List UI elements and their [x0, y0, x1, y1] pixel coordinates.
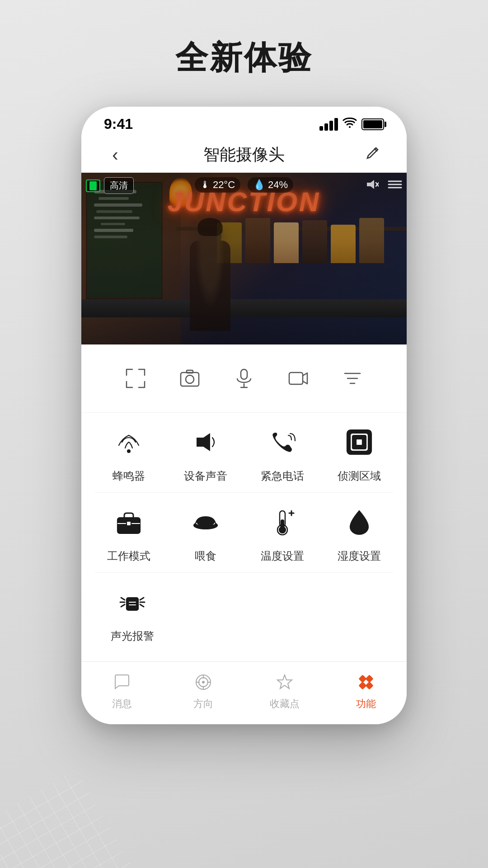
device-sound-icon — [185, 422, 226, 462]
svg-line-41 — [140, 604, 144, 607]
feature-detection-zone-label: 侦测区域 — [338, 469, 381, 483]
svg-rect-55 — [366, 682, 373, 689]
svg-rect-7 — [181, 373, 199, 386]
feature-work-mode[interactable]: 工作模式 — [95, 502, 163, 563]
feature-buzzer[interactable]: 蜂鸣器 — [95, 422, 163, 483]
svg-rect-9 — [187, 370, 193, 373]
record-icon — [282, 363, 314, 394]
phone-frame: 9:41 ‹ 智能摄像头 — [81, 107, 407, 724]
microphone-button[interactable] — [228, 363, 260, 394]
work-mode-icon — [108, 502, 149, 542]
feature-temp-setting[interactable]: 温度设置 — [249, 502, 316, 563]
temp-setting-icon — [262, 502, 303, 542]
signal-icon — [319, 118, 338, 131]
svg-point-50 — [202, 681, 205, 684]
svg-rect-25 — [127, 521, 131, 526]
svg-rect-35 — [127, 598, 138, 610]
feature-emergency-call[interactable]: 紧急电话 — [249, 422, 316, 483]
microphone-icon — [228, 363, 260, 394]
feature-grid-2: 工作模式 喂食 — [81, 493, 407, 572]
page-title: 全新体验 — [175, 36, 313, 80]
tab-message[interactable]: 消息 — [81, 671, 163, 711]
tab-bar: 消息 方向 — [81, 661, 407, 724]
feature-work-mode-label: 工作模式 — [107, 549, 150, 563]
tab-direction[interactable]: 方向 — [163, 671, 244, 711]
feature-buzzer-label: 蜂鸣器 — [113, 469, 145, 483]
svg-marker-51 — [277, 675, 292, 689]
status-bar: 9:41 — [81, 107, 407, 137]
svg-point-8 — [186, 375, 194, 383]
svg-line-38 — [121, 604, 125, 607]
direction-tab-icon — [192, 671, 215, 693]
svg-line-36 — [121, 598, 125, 600]
favorites-tab-label: 收藏点 — [270, 697, 300, 711]
feature-device-sound-label: 设备声音 — [184, 469, 227, 483]
fullscreen-button[interactable] — [120, 363, 151, 394]
screenshot-button[interactable] — [174, 363, 206, 394]
favorites-tab-icon — [273, 671, 296, 693]
message-tab-label: 消息 — [112, 697, 132, 711]
svg-point-0 — [349, 126, 351, 128]
svg-rect-13 — [289, 373, 303, 384]
message-tab-icon — [111, 671, 133, 693]
fullscreen-icon — [120, 363, 151, 394]
feature-grid-3: 声光报警 — [81, 573, 407, 661]
feature-temp-setting-label: 温度设置 — [261, 549, 304, 563]
svg-rect-54 — [359, 682, 366, 689]
feature-device-sound[interactable]: 设备声音 — [172, 422, 239, 483]
svg-rect-52 — [359, 675, 366, 683]
buzzer-icon — [108, 422, 149, 462]
feeding-icon — [185, 502, 226, 542]
feature-emergency-call-label: 紧急电话 — [261, 469, 304, 483]
tab-favorites[interactable]: 收藏点 — [244, 671, 325, 711]
feature-feeding[interactable]: 喂食 — [172, 502, 239, 563]
camera-overlay-gradient — [81, 173, 407, 344]
svg-line-39 — [140, 598, 144, 600]
wifi-icon — [343, 117, 357, 132]
feature-detection-zone[interactable]: 侦测区域 — [325, 422, 393, 483]
alarm-icon — [112, 582, 153, 623]
humidity-setting-icon — [339, 502, 380, 542]
emergency-call-icon — [262, 422, 303, 462]
tab-function[interactable]: 功能 — [325, 671, 407, 711]
svg-point-17 — [127, 449, 131, 453]
feature-feeding-label: 喂食 — [195, 549, 216, 563]
svg-marker-18 — [197, 433, 210, 451]
detection-zone-icon — [339, 422, 380, 462]
feature-alarm-label: 声光报警 — [111, 629, 154, 643]
status-icons — [319, 117, 384, 132]
svg-rect-22 — [356, 439, 362, 445]
svg-rect-32 — [281, 520, 284, 529]
nav-bar: ‹ 智能摄像头 — [81, 137, 407, 173]
feature-alarm[interactable]: 声光报警 — [95, 573, 169, 648]
svg-rect-10 — [241, 369, 247, 379]
svg-point-28 — [197, 519, 214, 526]
nav-title: 智能摄像头 — [203, 144, 285, 166]
status-time: 9:41 — [104, 116, 133, 132]
function-tab-icon — [355, 671, 377, 693]
battery-icon — [361, 118, 384, 130]
record-button[interactable] — [282, 363, 314, 394]
camera-feed: JUNCTION — [81, 173, 407, 344]
back-button[interactable]: ‹ — [104, 145, 127, 165]
screenshot-icon — [174, 363, 206, 394]
direction-tab-label: 方向 — [193, 697, 213, 711]
more-icon — [337, 363, 368, 394]
more-button[interactable] — [337, 363, 368, 394]
svg-rect-53 — [366, 675, 373, 683]
controls-row — [81, 344, 407, 413]
edit-button[interactable] — [361, 145, 384, 165]
feature-humidity-setting-label: 湿度设置 — [338, 549, 381, 563]
feature-grid: 蜂鸣器 设备声音 紧急电话 — [81, 413, 407, 492]
function-tab-label: 功能 — [356, 697, 376, 711]
feature-humidity-setting[interactable]: 湿度设置 — [325, 502, 393, 563]
